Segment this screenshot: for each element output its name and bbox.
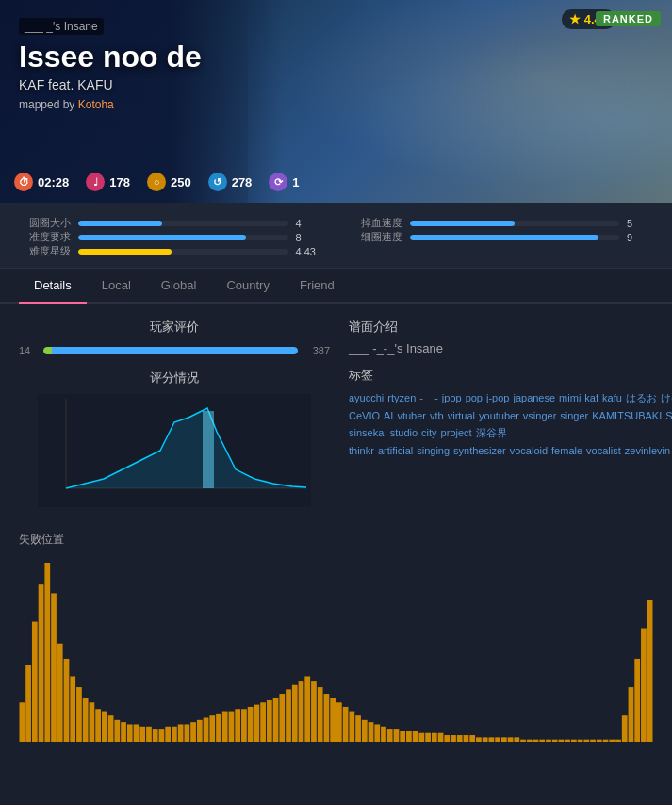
svg-rect-54	[330, 698, 336, 742]
svg-rect-80	[495, 737, 500, 742]
score-dist-svg	[38, 394, 311, 507]
svg-rect-79	[489, 737, 495, 742]
tag[interactable]: vocalist	[586, 445, 621, 456]
tag[interactable]: STUDIO	[665, 410, 672, 421]
tag[interactable]: はるお	[626, 392, 657, 403]
diff-hp-bar-bg	[410, 221, 620, 226]
svg-rect-63	[387, 729, 393, 742]
tag[interactable]: vtuber	[397, 410, 426, 421]
beatmap-name: ___ -_-_'s Insane	[349, 341, 672, 355]
svg-rect-10	[51, 593, 57, 742]
svg-rect-50	[304, 676, 310, 742]
svg-rect-46	[279, 694, 285, 742]
svg-rect-104	[647, 600, 653, 742]
tab-local[interactable]: Local	[87, 269, 146, 304]
tag[interactable]: mimi	[559, 392, 581, 403]
tag[interactable]: female	[551, 445, 582, 456]
difficulty-section: 圆圈大小 4 准度要求 8 难度星级 4.43	[0, 203, 672, 269]
time-value: 02:28	[38, 175, 69, 189]
fail-chart	[19, 553, 653, 742]
tag[interactable]: CeVIO	[349, 410, 380, 421]
tag[interactable]: zevinlevin	[625, 445, 670, 456]
tab-friend[interactable]: Friend	[285, 269, 350, 304]
tag[interactable]: j-pop	[486, 392, 509, 403]
tab-details[interactable]: Details	[19, 269, 87, 304]
rating-bar-row: 14 387	[19, 345, 330, 356]
svg-rect-52	[318, 687, 323, 742]
tag[interactable]: vtb	[430, 410, 444, 421]
svg-rect-55	[336, 702, 342, 742]
tag[interactable]: thinkr	[349, 445, 374, 456]
tag[interactable]: 深谷界	[476, 427, 507, 438]
diff-row-acc: 准度要求 8	[19, 230, 322, 244]
svg-rect-64	[394, 729, 400, 742]
time-icon: ⏱	[14, 172, 33, 191]
svg-rect-19	[108, 715, 114, 742]
svg-rect-84	[520, 740, 526, 742]
tag[interactable]: pop	[466, 392, 483, 403]
tag[interactable]: japanese	[513, 392, 555, 403]
svg-rect-56	[343, 707, 349, 742]
tag[interactable]: けけ	[661, 392, 672, 403]
tag[interactable]: youtuber	[479, 410, 519, 421]
tag[interactable]: project	[441, 427, 472, 438]
star-icon: ★	[569, 12, 581, 26]
tag[interactable]: -__-	[419, 392, 438, 403]
svg-rect-8	[39, 584, 44, 742]
tag[interactable]: sinsekai	[349, 427, 386, 438]
tag[interactable]: studio	[390, 427, 418, 438]
svg-rect-28	[165, 727, 171, 742]
diff-col-right: 掉血速度 5 细圈速度 9	[351, 216, 654, 258]
svg-rect-90	[559, 740, 565, 742]
svg-rect-65	[400, 731, 405, 742]
diff-ar-bar-bg	[410, 235, 620, 240]
tag[interactable]: vsinger	[523, 410, 556, 421]
tag[interactable]: singer	[560, 410, 588, 421]
svg-rect-94	[583, 740, 589, 742]
tag[interactable]: ayucchi	[349, 392, 384, 403]
tag[interactable]: singing	[417, 445, 450, 456]
tag[interactable]: virtual	[448, 410, 475, 421]
main-content: 玩家评价 14 387 评分情况	[0, 304, 672, 522]
tag[interactable]: vocaloid	[510, 445, 548, 456]
svg-rect-21	[121, 722, 126, 742]
tag[interactable]: artificial	[378, 445, 413, 456]
mapper-link[interactable]: Kotoha	[78, 98, 114, 111]
song-title: Issee noo de	[19, 41, 202, 74]
tag[interactable]: kafu	[602, 392, 622, 403]
svg-rect-95	[590, 740, 596, 742]
rating-right-num: 387	[303, 345, 330, 356]
svg-rect-75	[464, 735, 469, 742]
svg-rect-38	[229, 712, 235, 742]
tag[interactable]: city	[421, 427, 437, 438]
tag[interactable]: jpop	[442, 392, 462, 403]
svg-rect-100	[622, 715, 628, 742]
svg-rect-99	[615, 740, 621, 742]
svg-rect-20	[114, 720, 120, 742]
tags-container: ayucchirtyzen-__-jpoppopj-popjapanesemim…	[349, 389, 672, 460]
svg-rect-78	[483, 737, 488, 742]
tab-global[interactable]: Global	[146, 269, 212, 304]
beatmap-section-title: 谱面介绍	[349, 319, 672, 336]
diff-hp-bar-fill	[410, 221, 515, 226]
svg-rect-17	[95, 709, 101, 742]
mapper-line: mapped by Kotoha	[19, 98, 202, 111]
svg-rect-67	[413, 731, 418, 742]
svg-rect-5	[19, 702, 25, 742]
svg-rect-70	[432, 733, 437, 742]
svg-rect-9	[44, 563, 50, 742]
rating-bar-bg	[43, 347, 298, 354]
svg-rect-42	[254, 705, 260, 742]
svg-rect-87	[539, 740, 545, 742]
tag[interactable]: synthesizer	[453, 445, 506, 456]
circles-icon: ○	[147, 172, 166, 191]
tag[interactable]: AI	[384, 410, 393, 421]
tag[interactable]: rtyzen	[387, 392, 416, 403]
tag[interactable]: kaf	[584, 392, 598, 403]
svg-rect-30	[178, 724, 184, 742]
svg-rect-25	[146, 727, 152, 742]
tab-country[interactable]: Country	[211, 269, 285, 304]
diff-star-bar-fill	[78, 249, 172, 255]
svg-rect-89	[552, 740, 558, 742]
tag[interactable]: KAMITSUBAKI	[592, 410, 662, 421]
